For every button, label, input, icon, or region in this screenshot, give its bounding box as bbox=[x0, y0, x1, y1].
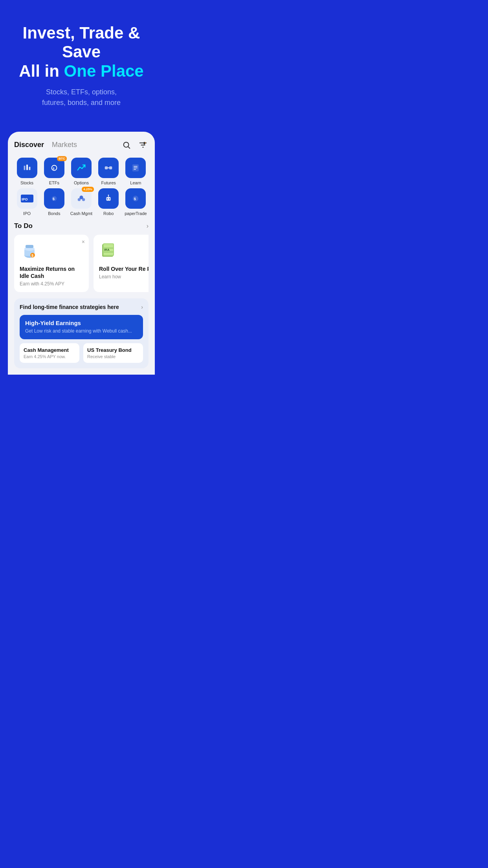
todo-card-ira-image: IRA bbox=[99, 240, 149, 261]
todo-card-ira: IRA Roll Over Your Re Plan Learn how bbox=[94, 235, 149, 292]
cash-mgmt-label: Cash Mgmt bbox=[70, 211, 92, 216]
close-icon[interactable]: × bbox=[82, 239, 85, 245]
category-papertrade[interactable]: $ paperTrade bbox=[123, 188, 149, 216]
todo-arrow-icon[interactable]: › bbox=[147, 223, 149, 230]
todo-card-cash-image: $ bbox=[20, 240, 83, 261]
todo-ira-title: Roll Over Your Re Plan bbox=[99, 265, 149, 272]
category-grid-row2: IPO IPO $ Bonds bbox=[14, 188, 149, 216]
etfs-label: ETFs bbox=[49, 180, 59, 185]
svg-text:$: $ bbox=[134, 197, 136, 201]
cash-badge: 4.25% bbox=[82, 187, 94, 192]
tab-markets[interactable]: Markets bbox=[52, 141, 77, 149]
hero-line2-highlight: One Place bbox=[64, 62, 144, 80]
hero-line2-prefix: All in bbox=[19, 62, 64, 80]
todo-title: To Do bbox=[14, 222, 33, 230]
hero-section: Invest, Trade & Save All in One Place St… bbox=[0, 0, 163, 120]
finance-cards-row: Cash Management Earn 4.25% APY now. US T… bbox=[20, 343, 143, 363]
hero-line1: Invest, Trade & Save bbox=[23, 24, 140, 61]
hero-subtitle: Stocks, ETFs, options, futures, bonds, a… bbox=[12, 87, 151, 108]
todo-cash-sub: Earn with 4.25% APY bbox=[20, 281, 83, 287]
svg-point-24 bbox=[107, 198, 108, 199]
futures-label: Futures bbox=[101, 180, 116, 185]
options-label: Options bbox=[74, 180, 89, 185]
finance-highlight-title: High-Yield Earnings bbox=[25, 320, 138, 326]
todo-cash-title: Maximize Returns on Idle Cash bbox=[20, 265, 83, 280]
tab-discover[interactable]: Discover bbox=[14, 141, 44, 149]
finance-highlight-subtitle: Get Low risk and stable earning with Web… bbox=[25, 328, 138, 335]
finance-card-cash[interactable]: Cash Management Earn 4.25% APY now. bbox=[20, 343, 79, 363]
finance-highlight[interactable]: High-Yield Earnings Get Low risk and sta… bbox=[20, 315, 143, 339]
svg-rect-5 bbox=[26, 165, 28, 170]
category-cash-mgmt[interactable]: 4.25% Cash Mgmt bbox=[68, 188, 94, 216]
finance-card-treasury[interactable]: US Treasury Bond Receive stable bbox=[83, 343, 143, 363]
category-stocks[interactable]: Stocks bbox=[14, 158, 40, 185]
todo-card-cash: × $ Maximize Returns on Idle Cash Earn w… bbox=[14, 235, 89, 292]
learn-label: Learn bbox=[130, 180, 141, 185]
finance-treasury-sub: Receive stable bbox=[87, 354, 139, 359]
category-robo[interactable]: Robo bbox=[96, 188, 121, 216]
svg-text:$: $ bbox=[31, 254, 33, 257]
finance-header: Find long-time finance strategies here › bbox=[20, 304, 143, 310]
tabs-row: Discover Markets $ bbox=[14, 140, 149, 151]
robo-label: Robo bbox=[103, 211, 114, 216]
category-etfs[interactable]: $ BTC ETFs bbox=[41, 158, 67, 185]
todo-cards: × $ Maximize Returns on Idle Cash Earn w… bbox=[14, 235, 149, 292]
hero-title: Invest, Trade & Save All in One Place bbox=[12, 24, 151, 81]
category-learn[interactable]: Learn bbox=[123, 158, 149, 185]
svg-rect-9 bbox=[105, 166, 108, 169]
papertrade-label: paperTrade bbox=[125, 211, 147, 216]
search-icon[interactable] bbox=[121, 140, 132, 151]
bonds-label: Bonds bbox=[48, 211, 60, 216]
category-futures[interactable]: Futures bbox=[96, 158, 121, 185]
todo-section-header: To Do › bbox=[14, 222, 149, 230]
finance-cash-sub: Earn 4.25% APY now. bbox=[24, 354, 75, 359]
svg-line-1 bbox=[128, 147, 130, 148]
svg-text:IRA: IRA bbox=[104, 248, 110, 252]
svg-rect-10 bbox=[109, 166, 112, 169]
category-grid-row1: Stocks $ BTC ETFs bbox=[14, 158, 149, 185]
category-bonds[interactable]: $ Bonds bbox=[41, 188, 67, 216]
tabs-icons: $ bbox=[121, 140, 149, 151]
svg-point-21 bbox=[82, 198, 85, 201]
app-card: Discover Markets $ bbox=[8, 132, 155, 375]
svg-point-22 bbox=[78, 198, 81, 201]
svg-rect-4 bbox=[24, 166, 25, 170]
svg-text:$: $ bbox=[53, 167, 55, 170]
svg-rect-6 bbox=[29, 167, 30, 170]
ipo-label: IPO bbox=[23, 211, 31, 216]
finance-treasury-title: US Treasury Bond bbox=[87, 347, 139, 353]
etfs-badge: BTC bbox=[57, 156, 66, 161]
tabs-left: Discover Markets bbox=[14, 141, 77, 149]
svg-text:IPO: IPO bbox=[22, 197, 28, 201]
finance-arrow-icon[interactable]: › bbox=[141, 304, 143, 310]
svg-point-25 bbox=[109, 198, 110, 199]
stocks-label: Stocks bbox=[20, 180, 33, 185]
svg-point-27 bbox=[108, 195, 109, 196]
svg-text:$: $ bbox=[53, 197, 55, 201]
finance-cash-title: Cash Management bbox=[24, 347, 75, 353]
svg-rect-33 bbox=[26, 245, 33, 248]
todo-ira-sub: Learn how bbox=[99, 274, 149, 280]
category-options[interactable]: Options bbox=[68, 158, 94, 185]
finance-section: Find long-time finance strategies here ›… bbox=[14, 298, 149, 368]
finance-title: Find long-time finance strategies here bbox=[20, 304, 119, 310]
filter-icon[interactable]: $ bbox=[138, 140, 149, 151]
category-ipo[interactable]: IPO IPO bbox=[14, 188, 40, 216]
